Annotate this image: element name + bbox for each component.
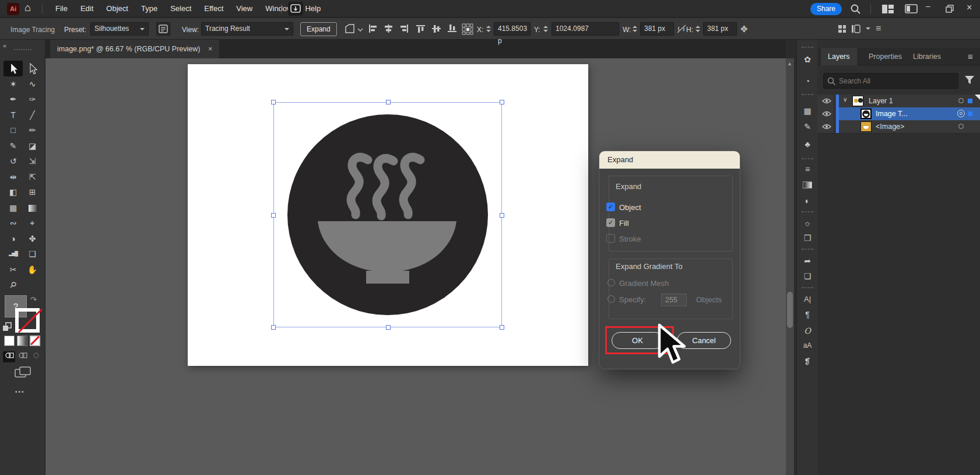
perspective-grid-tool[interactable]: ⊞ xyxy=(23,184,42,200)
eyedropper-tool[interactable]: ⌖ xyxy=(23,215,42,231)
hand-tool[interactable]: ✋ xyxy=(23,262,42,278)
swatches-panel-icon[interactable]: ▦ xyxy=(797,106,818,116)
layer-thumbnail[interactable] xyxy=(860,121,872,132)
target-circle-icon[interactable] xyxy=(957,110,965,117)
handle-top-center[interactable] xyxy=(386,100,391,104)
handle-bottom-right[interactable] xyxy=(500,325,504,330)
shape-builder-tool[interactable]: ◧ xyxy=(3,184,23,200)
paragraph-styles-panel-icon[interactable]: ❡ xyxy=(797,357,818,366)
visibility-eye-icon[interactable] xyxy=(822,98,831,104)
stroke-panel-icon[interactable]: ≡ xyxy=(797,165,818,174)
arrange-documents-icon[interactable] xyxy=(905,4,918,13)
gradient-mesh-radio[interactable] xyxy=(607,279,615,287)
fill-checkbox[interactable]: ✓ xyxy=(606,218,615,227)
document-tab[interactable]: image.png* @ 66.67 % (RGB/CPU Preview) × xyxy=(50,40,219,58)
minimize-button[interactable]: – xyxy=(926,1,930,11)
layers-search-box[interactable] xyxy=(823,73,958,89)
line-segment-tool[interactable]: ╱ xyxy=(23,107,42,123)
handle-top-right[interactable] xyxy=(500,100,504,104)
illustrator-app-icon[interactable]: Ai xyxy=(7,3,19,15)
tab-properties[interactable]: Properties xyxy=(862,48,909,65)
selection-indicator[interactable] xyxy=(968,111,972,116)
scroll-up-icon[interactable]: ▲ xyxy=(787,61,792,67)
scrollbar-thumb[interactable] xyxy=(787,292,793,328)
document-status-button[interactable] xyxy=(288,2,303,16)
fill-new-objects-icon[interactable] xyxy=(344,24,364,34)
artboards-panel-icon[interactable]: ❏ xyxy=(797,271,818,281)
filter-funnel-icon[interactable] xyxy=(964,75,975,85)
menu-object[interactable]: Object xyxy=(100,0,135,17)
close-button[interactable]: × xyxy=(967,2,972,13)
target-circle-icon[interactable] xyxy=(958,124,964,129)
swap-fill-stroke-icon[interactable]: ↷ xyxy=(30,295,37,304)
visibility-eye-icon[interactable] xyxy=(822,111,831,117)
direct-selection-tool[interactable] xyxy=(23,61,42,76)
handle-bottom-left[interactable] xyxy=(271,325,276,330)
align-right-icon[interactable] xyxy=(400,25,409,33)
object-checkbox[interactable]: ✓ xyxy=(606,202,615,211)
gradient-tool[interactable] xyxy=(23,200,42,216)
arrange-icon[interactable] xyxy=(851,25,860,33)
preset-dropdown[interactable]: Silhouettes xyxy=(90,22,149,36)
x-stepper[interactable] xyxy=(486,23,492,35)
draw-behind-mode-button[interactable] xyxy=(16,351,29,362)
lasso-tool[interactable]: ∿ xyxy=(23,76,42,92)
draw-normal-mode-button[interactable] xyxy=(3,351,15,362)
align-center-horizontal-icon[interactable] xyxy=(384,25,393,33)
home-icon[interactable]: ⌂ xyxy=(24,2,31,14)
layer-row-image-tracing[interactable]: Image T... xyxy=(817,107,980,120)
panel-menu-icon[interactable]: ≡ xyxy=(961,48,980,65)
column-graph-tool[interactable]: ▂▅█ xyxy=(3,246,23,262)
selection-indicator[interactable] xyxy=(968,99,972,103)
curvature-tool[interactable]: ✑ xyxy=(23,92,42,107)
layer-row-image[interactable]: <Image> xyxy=(817,120,980,133)
drag-handle[interactable] xyxy=(802,287,813,288)
transparency-panel-icon[interactable]: ◐ xyxy=(797,196,818,205)
magic-wand-tool[interactable]: ✶ xyxy=(3,76,23,92)
search-icon[interactable] xyxy=(850,4,861,15)
rectangle-tool[interactable]: □ xyxy=(3,123,23,138)
brushes-panel-icon[interactable]: ✎ xyxy=(797,122,818,131)
color-fill-button[interactable] xyxy=(4,336,15,346)
layer-row-layer1[interactable]: ∨ Layer 1 xyxy=(817,95,980,107)
restore-button[interactable] xyxy=(946,5,954,13)
pencil-tool[interactable]: ✎ xyxy=(3,138,23,154)
drag-handle[interactable] xyxy=(802,158,813,159)
layer-thumbnail[interactable] xyxy=(860,109,872,119)
handle-middle-left[interactable] xyxy=(271,213,276,218)
drag-handle[interactable] xyxy=(802,94,813,95)
align-center-vertical-icon[interactable] xyxy=(432,25,441,33)
layer-name[interactable]: Layer 1 xyxy=(869,97,893,105)
chevron-down-icon[interactable] xyxy=(866,27,870,32)
gradient-fill-button[interactable] xyxy=(17,336,27,346)
width-tool[interactable]: ⇹ xyxy=(3,169,23,185)
drag-handle[interactable] xyxy=(802,211,813,212)
menu-file[interactable]: File xyxy=(49,0,74,17)
gradient-panel-icon[interactable] xyxy=(797,181,818,190)
menu-view[interactable]: View xyxy=(230,0,259,17)
artboard-tool[interactable]: ❏ xyxy=(23,246,42,262)
character-panel-icon[interactable]: A| xyxy=(797,295,818,303)
twist-tool[interactable]: ∾ xyxy=(3,215,23,231)
selection-tool[interactable] xyxy=(3,61,23,76)
selection-bounding-box[interactable] xyxy=(273,102,502,327)
reference-point-icon[interactable] xyxy=(462,23,473,35)
drag-handle[interactable] xyxy=(802,47,813,48)
tracing-panel-button[interactable] xyxy=(156,22,170,36)
symbols-panel-icon[interactable]: ♣ xyxy=(797,139,818,149)
paintbrush-tool[interactable]: ✏ xyxy=(23,123,42,138)
w-stepper[interactable] xyxy=(632,23,638,35)
h-field[interactable]: 381 px xyxy=(703,22,737,36)
h-stepper[interactable] xyxy=(695,23,701,35)
glyphs-panel-icon[interactable]: aA xyxy=(797,341,818,350)
constrain-proportions-icon[interactable] xyxy=(676,24,687,34)
share-button[interactable]: Share xyxy=(810,3,842,15)
appearance-panel-icon[interactable]: ☼ xyxy=(797,218,818,228)
y-stepper[interactable] xyxy=(543,23,549,35)
menu-effect[interactable]: Effect xyxy=(198,0,230,17)
screen-mode-icon[interactable] xyxy=(15,366,32,378)
align-left-icon[interactable] xyxy=(368,25,377,33)
type-tool[interactable]: T xyxy=(3,107,23,123)
menu-edit[interactable]: Edit xyxy=(74,0,100,17)
align-bottom-icon[interactable] xyxy=(448,25,456,33)
